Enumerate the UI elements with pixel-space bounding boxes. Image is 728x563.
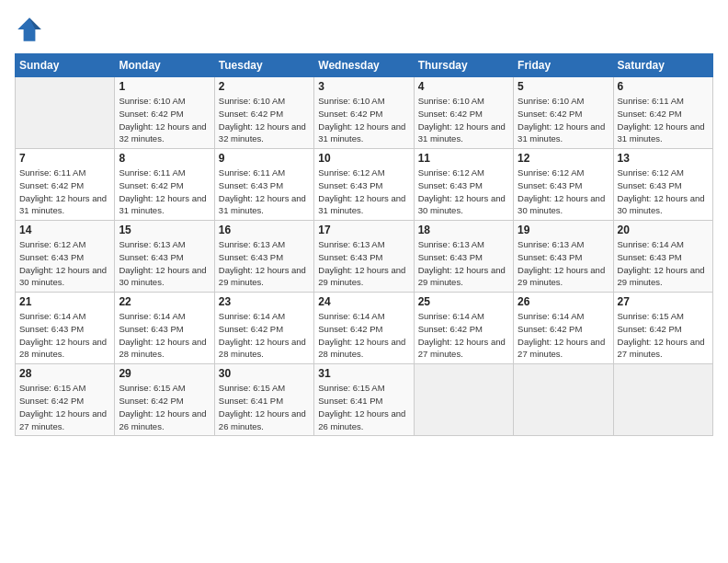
day-cell: 19Sunrise: 6:13 AMSunset: 6:43 PMDayligh… [514,221,613,293]
day-info: Sunrise: 6:14 AMSunset: 6:43 PMDaylight:… [119,310,210,361]
day-info: Sunrise: 6:12 AMSunset: 6:43 PMDaylight:… [318,167,409,217]
day-cell: 25Sunrise: 6:14 AMSunset: 6:42 PMDayligh… [414,293,513,364]
day-cell: 8Sunrise: 6:11 AMSunset: 6:42 PMDaylight… [115,149,214,221]
day-cell [514,364,613,436]
day-number: 11 [418,152,509,165]
day-cell [16,77,115,149]
day-number: 9 [219,152,310,165]
day-number: 14 [19,224,110,236]
day-cell: 24Sunrise: 6:14 AMSunset: 6:42 PMDayligh… [314,293,414,364]
day-cell: 11Sunrise: 6:12 AMSunset: 6:43 PMDayligh… [414,149,513,221]
day-info: Sunrise: 6:13 AMSunset: 6:43 PMDaylight:… [219,238,310,289]
day-cell: 17Sunrise: 6:13 AMSunset: 6:43 PMDayligh… [314,221,414,293]
day-info: Sunrise: 6:10 AMSunset: 6:42 PMDaylight:… [518,95,609,145]
week-row-3: 14Sunrise: 6:12 AMSunset: 6:43 PMDayligh… [16,221,713,293]
day-number: 30 [219,367,310,380]
day-number: 17 [318,224,409,236]
day-info: Sunrise: 6:14 AMSunset: 6:42 PMDaylight:… [518,310,609,361]
column-header-tuesday: Tuesday [214,54,313,77]
day-number: 13 [618,152,709,165]
week-row-4: 21Sunrise: 6:14 AMSunset: 6:43 PMDayligh… [16,293,713,364]
day-info: Sunrise: 6:15 AMSunset: 6:41 PMDaylight:… [219,382,310,432]
calendar-table: SundayMondayTuesdayWednesdayThursdayFrid… [15,53,713,436]
day-info: Sunrise: 6:14 AMSunset: 6:42 PMDaylight:… [318,310,409,361]
header-row: SundayMondayTuesdayWednesdayThursdayFrid… [16,54,713,77]
day-number: 20 [618,224,709,236]
day-number: 1 [119,80,210,93]
day-info: Sunrise: 6:15 AMSunset: 6:42 PMDaylight:… [618,310,709,361]
day-cell: 9Sunrise: 6:11 AMSunset: 6:43 PMDaylight… [214,149,313,221]
day-cell: 3Sunrise: 6:10 AMSunset: 6:42 PMDaylight… [314,77,414,149]
day-number: 24 [318,295,409,308]
day-cell: 18Sunrise: 6:13 AMSunset: 6:43 PMDayligh… [414,221,513,293]
day-number: 4 [418,80,509,93]
day-info: Sunrise: 6:10 AMSunset: 6:42 PMDaylight:… [418,95,509,145]
day-info: Sunrise: 6:14 AMSunset: 6:43 PMDaylight:… [19,310,110,361]
logo-icon [15,15,44,44]
day-number: 18 [418,224,509,236]
day-cell: 22Sunrise: 6:14 AMSunset: 6:43 PMDayligh… [115,293,214,364]
day-number: 31 [318,367,409,380]
day-cell: 15Sunrise: 6:13 AMSunset: 6:43 PMDayligh… [115,221,214,293]
day-number: 26 [518,295,609,308]
day-cell: 5Sunrise: 6:10 AMSunset: 6:42 PMDaylight… [514,77,613,149]
day-cell: 23Sunrise: 6:14 AMSunset: 6:42 PMDayligh… [214,293,313,364]
page: SundayMondayTuesdayWednesdayThursdayFrid… [0,0,728,563]
day-info: Sunrise: 6:11 AMSunset: 6:43 PMDaylight:… [219,167,310,217]
day-number: 3 [318,80,409,93]
column-header-friday: Friday [514,54,613,77]
day-info: Sunrise: 6:10 AMSunset: 6:42 PMDaylight:… [119,95,210,145]
day-number: 16 [219,224,310,236]
day-cell: 14Sunrise: 6:12 AMSunset: 6:43 PMDayligh… [16,221,115,293]
day-info: Sunrise: 6:13 AMSunset: 6:43 PMDaylight:… [318,238,409,289]
day-info: Sunrise: 6:13 AMSunset: 6:43 PMDaylight:… [518,238,609,289]
day-cell: 29Sunrise: 6:15 AMSunset: 6:42 PMDayligh… [115,364,214,436]
day-info: Sunrise: 6:13 AMSunset: 6:43 PMDaylight:… [119,238,210,289]
day-number: 28 [19,367,110,380]
day-number: 10 [318,152,409,165]
day-cell: 31Sunrise: 6:15 AMSunset: 6:41 PMDayligh… [314,364,414,436]
day-info: Sunrise: 6:11 AMSunset: 6:42 PMDaylight:… [618,95,709,145]
day-info: Sunrise: 6:12 AMSunset: 6:43 PMDaylight:… [19,238,110,289]
day-info: Sunrise: 6:13 AMSunset: 6:43 PMDaylight:… [418,238,509,289]
day-info: Sunrise: 6:14 AMSunset: 6:42 PMDaylight:… [418,310,509,361]
week-row-2: 7Sunrise: 6:11 AMSunset: 6:42 PMDaylight… [16,149,713,221]
day-cell: 12Sunrise: 6:12 AMSunset: 6:43 PMDayligh… [514,149,613,221]
day-cell: 30Sunrise: 6:15 AMSunset: 6:41 PMDayligh… [214,364,313,436]
week-row-5: 28Sunrise: 6:15 AMSunset: 6:42 PMDayligh… [16,364,713,436]
day-number: 21 [19,295,110,308]
day-number: 7 [19,152,110,165]
day-info: Sunrise: 6:14 AMSunset: 6:43 PMDaylight:… [618,238,709,289]
day-cell [414,364,513,436]
day-cell: 16Sunrise: 6:13 AMSunset: 6:43 PMDayligh… [214,221,313,293]
day-number: 23 [219,295,310,308]
day-number: 2 [219,80,310,93]
day-info: Sunrise: 6:14 AMSunset: 6:42 PMDaylight:… [219,310,310,361]
day-info: Sunrise: 6:12 AMSunset: 6:43 PMDaylight:… [418,167,509,217]
day-cell: 4Sunrise: 6:10 AMSunset: 6:42 PMDaylight… [414,77,513,149]
day-cell: 21Sunrise: 6:14 AMSunset: 6:43 PMDayligh… [16,293,115,364]
day-cell: 6Sunrise: 6:11 AMSunset: 6:42 PMDaylight… [613,77,712,149]
day-number: 27 [618,295,709,308]
day-info: Sunrise: 6:12 AMSunset: 6:43 PMDaylight:… [518,167,609,217]
column-header-wednesday: Wednesday [314,54,414,77]
day-cell: 10Sunrise: 6:12 AMSunset: 6:43 PMDayligh… [314,149,414,221]
day-number: 25 [418,295,509,308]
logo [15,15,48,44]
column-header-thursday: Thursday [414,54,513,77]
week-row-1: 1Sunrise: 6:10 AMSunset: 6:42 PMDaylight… [16,77,713,149]
day-cell: 2Sunrise: 6:10 AMSunset: 6:42 PMDaylight… [214,77,313,149]
day-info: Sunrise: 6:12 AMSunset: 6:43 PMDaylight:… [618,167,709,217]
day-cell: 7Sunrise: 6:11 AMSunset: 6:42 PMDaylight… [16,149,115,221]
column-header-saturday: Saturday [613,54,712,77]
day-info: Sunrise: 6:11 AMSunset: 6:42 PMDaylight:… [119,167,210,217]
day-cell: 13Sunrise: 6:12 AMSunset: 6:43 PMDayligh… [613,149,712,221]
column-header-sunday: Sunday [16,54,115,77]
day-number: 22 [119,295,210,308]
day-info: Sunrise: 6:10 AMSunset: 6:42 PMDaylight:… [219,95,310,145]
day-number: 6 [618,80,709,93]
day-cell: 20Sunrise: 6:14 AMSunset: 6:43 PMDayligh… [613,221,712,293]
day-number: 15 [119,224,210,236]
header [15,15,713,44]
day-info: Sunrise: 6:15 AMSunset: 6:41 PMDaylight:… [318,382,409,432]
